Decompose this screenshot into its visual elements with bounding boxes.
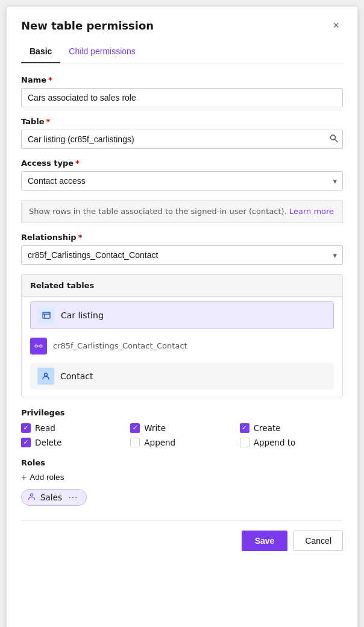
- car-listing-label: Car listing: [61, 310, 104, 320]
- tab-basic[interactable]: Basic: [21, 42, 60, 63]
- modal-title: New table permission: [21, 19, 154, 32]
- access-type-label: Access type *: [21, 159, 343, 168]
- table-search-button[interactable]: [330, 134, 338, 145]
- related-table-contact[interactable]: Contact: [30, 363, 334, 389]
- privileges-grid: Read Write Create Delete Append Append t…: [21, 423, 343, 447]
- relationship-label: Relationship *: [21, 233, 343, 242]
- role-person-icon: [28, 493, 36, 502]
- append-to-checkbox[interactable]: [240, 438, 249, 447]
- table-field-group: Table *: [21, 117, 343, 149]
- close-button[interactable]: ×: [329, 19, 343, 32]
- privilege-read: Read: [21, 423, 124, 433]
- svg-point-9: [30, 493, 33, 496]
- delete-checkbox[interactable]: [21, 438, 31, 447]
- name-field-group: Name *: [21, 75, 343, 107]
- modal-header: New table permission ×: [21, 19, 343, 32]
- table-field-wrap: [21, 130, 343, 149]
- contact-person-icon: [37, 368, 54, 385]
- table-required: *: [46, 117, 51, 126]
- append-checkbox[interactable]: [130, 438, 140, 447]
- name-required: *: [48, 75, 52, 84]
- create-checkbox[interactable]: [240, 423, 249, 433]
- relationship-select-wrap: cr85f_Carlistings_Contact_Contact ▾: [21, 245, 343, 265]
- create-label: Create: [254, 423, 281, 433]
- contact-label: Contact: [60, 371, 93, 381]
- access-type-select[interactable]: Global access Contact access Account acc…: [21, 171, 343, 191]
- svg-point-5: [35, 345, 37, 347]
- append-label: Append: [144, 438, 175, 447]
- related-tables-title: Related tables: [22, 275, 342, 297]
- name-label: Name *: [21, 75, 343, 84]
- read-checkbox[interactable]: [21, 423, 31, 433]
- write-checkbox[interactable]: [130, 423, 140, 433]
- name-input[interactable]: [21, 88, 343, 107]
- privileges-title: Privileges: [21, 408, 343, 417]
- relationship-link-icon: [30, 338, 47, 354]
- relationship-field-group: Relationship * cr85f_Carlistings_Contact…: [21, 233, 343, 265]
- sales-role-label: Sales: [40, 493, 62, 502]
- table-input[interactable]: [21, 130, 343, 149]
- modal-footer: Save Cancel: [21, 520, 343, 551]
- roles-section: Roles + Add roles Sales ⋯: [21, 458, 343, 506]
- privilege-append-to: Append to: [240, 438, 343, 447]
- privilege-create: Create: [240, 423, 343, 433]
- delete-label: Delete: [35, 438, 61, 447]
- role-more-button[interactable]: ⋯: [67, 493, 79, 502]
- write-label: Write: [144, 423, 166, 433]
- search-icon: [330, 134, 338, 143]
- read-label: Read: [35, 423, 55, 433]
- related-tables-section: Related tables Car listing: [21, 274, 343, 397]
- relationship-link-label: cr85f_Carlistings_Contact_Contact: [53, 341, 187, 350]
- append-to-label: Append to: [254, 438, 296, 447]
- related-table-relationship[interactable]: cr85f_Carlistings_Contact_Contact: [30, 333, 334, 359]
- role-chip-sales[interactable]: Sales ⋯: [21, 489, 87, 506]
- learn-more-link[interactable]: Learn more: [289, 207, 334, 216]
- table-label: Table *: [21, 117, 343, 126]
- related-table-car-listing[interactable]: Car listing: [30, 301, 334, 329]
- car-listing-table-icon: [38, 307, 55, 324]
- tab-child-permissions[interactable]: Child permissions: [60, 42, 143, 63]
- privilege-delete: Delete: [21, 438, 124, 447]
- new-table-permission-modal: New table permission × Basic Child permi…: [6, 6, 358, 627]
- info-box: Show rows in the table associated to the…: [21, 200, 343, 223]
- privileges-section: Privileges Read Write Create Delete Appe…: [21, 408, 343, 447]
- access-type-field-group: Access type * Global access Contact acce…: [21, 159, 343, 191]
- cancel-button[interactable]: Cancel: [293, 531, 343, 551]
- privilege-append: Append: [130, 438, 233, 447]
- plus-icon: +: [21, 472, 27, 483]
- roles-title: Roles: [21, 458, 343, 467]
- save-button[interactable]: Save: [242, 531, 288, 551]
- add-roles-button[interactable]: + Add roles: [21, 472, 64, 483]
- access-type-select-wrap: Global access Contact access Account acc…: [21, 171, 343, 191]
- relationship-select[interactable]: cr85f_Carlistings_Contact_Contact: [21, 245, 343, 265]
- access-type-required: *: [75, 159, 80, 168]
- svg-rect-2: [43, 312, 50, 318]
- tabs-container: Basic Child permissions: [21, 42, 343, 63]
- privilege-write: Write: [130, 423, 233, 433]
- svg-point-6: [40, 345, 42, 347]
- roles-list: Sales ⋯: [21, 489, 343, 506]
- relationship-required: *: [78, 233, 83, 242]
- svg-point-8: [45, 373, 48, 376]
- svg-line-1: [335, 139, 337, 142]
- related-tables-list: Car listing cr85f_Carlistings_Contact_Co…: [22, 297, 342, 397]
